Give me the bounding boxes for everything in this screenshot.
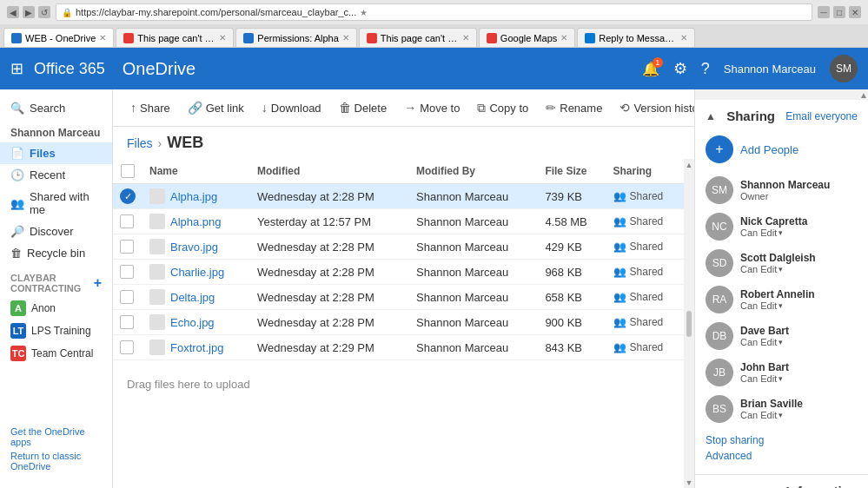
browser-reload[interactable]: ↺ xyxy=(38,6,50,18)
add-people-label[interactable]: Add People xyxy=(740,143,798,156)
panel-scroll-up[interactable]: ▲ xyxy=(859,90,868,100)
copy-to-button[interactable]: ⧉ Copy to xyxy=(470,97,535,119)
person-role[interactable]: Owner xyxy=(740,191,830,201)
tab-close[interactable]: ✕ xyxy=(342,33,349,43)
person-role[interactable]: Can Edit ▾ xyxy=(740,337,789,347)
col-check[interactable] xyxy=(113,159,142,184)
sidebar-group-team[interactable]: TC Team Central xyxy=(0,342,112,365)
tab-maps[interactable]: Google Maps ✕ xyxy=(479,28,575,47)
row-name[interactable]: Alpha.png xyxy=(142,209,250,234)
col-name[interactable]: Name xyxy=(142,159,250,184)
info-collapse[interactable]: ▲ xyxy=(706,485,716,489)
footer-link-apps[interactable]: Get the OneDrive apps xyxy=(10,426,102,447)
sidebar-item-discover[interactable]: 🔎 Discover xyxy=(0,221,112,242)
role-chevron[interactable]: ▾ xyxy=(779,374,783,383)
share-button[interactable]: ↑ Share xyxy=(123,97,177,118)
waffle-icon[interactable]: ⊞ xyxy=(10,59,23,78)
user-avatar[interactable]: SM xyxy=(830,55,858,82)
browser-forward[interactable]: ▶ xyxy=(23,6,35,18)
scroll-up[interactable]: ▲ xyxy=(686,161,693,169)
file-name-text[interactable]: Echo.jpg xyxy=(170,316,215,329)
version-history-button[interactable]: ⟲ Version history xyxy=(613,97,694,118)
person-role[interactable]: Can Edit ▾ xyxy=(740,228,807,238)
person-role[interactable]: Can Edit ▾ xyxy=(740,373,789,384)
sidebar-item-shared[interactable]: 👥 Shared with me xyxy=(0,186,112,221)
settings-icon[interactable]: ⚙ xyxy=(673,59,687,78)
browser-close[interactable]: ✕ xyxy=(849,6,861,18)
row-check[interactable] xyxy=(113,335,142,360)
file-name-text[interactable]: Alpha.png xyxy=(170,215,222,228)
sidebar-item-files[interactable]: 📄 Files xyxy=(0,142,112,164)
scroll-thumb[interactable] xyxy=(686,311,692,337)
browser-back[interactable]: ◀ xyxy=(7,6,19,18)
tab-onedrive[interactable]: WEB - OneDrive ✕ xyxy=(3,28,114,47)
row-name[interactable]: Delta.jpg xyxy=(142,285,250,310)
stop-sharing-link[interactable]: Stop sharing xyxy=(706,434,858,446)
sidebar-item-recent[interactable]: 🕒 Recent xyxy=(0,164,112,186)
address-bar[interactable]: 🔒 https://claybar-my.sharepoint.com/pers… xyxy=(56,3,812,21)
row-check[interactable] xyxy=(113,234,142,260)
file-name-text[interactable]: Bravo.jpg xyxy=(170,241,218,254)
person-role[interactable]: Can Edit ▾ xyxy=(740,410,803,420)
role-chevron[interactable]: ▾ xyxy=(779,301,783,310)
email-everyone-link[interactable]: Email everyone xyxy=(785,110,858,122)
scroll-down[interactable]: ▼ xyxy=(686,478,693,487)
search-button[interactable]: 🔍 Search xyxy=(0,96,112,120)
notification-bell[interactable]: 🔔 1 xyxy=(642,61,659,77)
table-row[interactable]: Alpha.png Yesterday at 12:57 PM Shannon … xyxy=(113,209,684,234)
tab-close[interactable]: ✕ xyxy=(99,33,106,43)
row-name[interactable]: Charlie.jpg xyxy=(142,260,250,285)
row-check[interactable] xyxy=(113,285,142,310)
person-role[interactable]: Can Edit ▾ xyxy=(740,264,816,274)
sharing-collapse[interactable]: ▲ xyxy=(706,110,716,122)
advanced-link[interactable]: Advanced xyxy=(706,450,858,462)
file-name-text[interactable]: Charlie.jpg xyxy=(170,266,224,279)
col-filesize[interactable]: File Size xyxy=(538,159,606,184)
tab-outlook[interactable]: Reply to Message - Po... ✕ xyxy=(577,28,695,47)
tab-close[interactable]: ✕ xyxy=(462,33,469,43)
tab-permissions[interactable]: Permissions: Alpha ✕ xyxy=(235,28,357,47)
role-chevron[interactable]: ▾ xyxy=(779,228,783,237)
rename-button[interactable]: ✏ Rename xyxy=(539,97,609,118)
row-name[interactable]: Foxtrot.jpg xyxy=(142,335,250,360)
get-link-button[interactable]: 🔗 Get link xyxy=(181,97,251,118)
file-name-text[interactable]: Alpha.jpg xyxy=(170,190,217,203)
file-name-text[interactable]: Delta.jpg xyxy=(170,291,215,304)
sidebar-item-recycle[interactable]: 🗑 Recycle bin xyxy=(0,242,112,264)
person-role[interactable]: Can Edit ▾ xyxy=(740,300,815,311)
browser-maximize[interactable]: □ xyxy=(833,6,845,18)
row-check[interactable] xyxy=(113,310,142,335)
tab-close[interactable]: ✕ xyxy=(219,33,226,43)
row-check[interactable]: ✓ xyxy=(113,184,142,209)
browser-minimize[interactable]: ─ xyxy=(818,6,830,18)
col-modified-by[interactable]: Modified By xyxy=(409,159,538,184)
file-name-text[interactable]: Foxtrot.jpg xyxy=(170,341,223,354)
role-chevron[interactable]: ▾ xyxy=(779,411,783,419)
table-row[interactable]: Echo.jpg Wednesday at 2:28 PM Shannon Ma… xyxy=(113,310,684,335)
table-row[interactable]: Bravo.jpg Wednesday at 2:28 PM Shannon M… xyxy=(113,234,684,260)
table-row[interactable]: Delta.jpg Wednesday at 2:28 PM Shannon M… xyxy=(113,285,684,310)
add-people-button[interactable]: + xyxy=(706,135,733,163)
breadcrumb-files[interactable]: Files xyxy=(127,136,153,150)
table-row[interactable]: ✓ Alpha.jpg Wednesday at 2:28 PM Shannon… xyxy=(113,184,684,209)
col-modified[interactable]: Modified xyxy=(250,159,409,184)
vertical-scrollbar[interactable]: ▲ ▼ xyxy=(684,159,694,488)
row-check[interactable] xyxy=(113,260,142,285)
table-row[interactable]: Charlie.jpg Wednesday at 2:28 PM Shannon… xyxy=(113,260,684,285)
add-group-icon[interactable]: + xyxy=(94,275,102,291)
tab-cantdisp2[interactable]: This page can't be disp... ✕ xyxy=(359,28,477,47)
row-name[interactable]: Echo.jpg xyxy=(142,310,250,335)
user-name[interactable]: Shannon Marceau xyxy=(724,63,816,76)
table-row[interactable]: Foxtrot.jpg Wednesday at 2:29 PM Shannon… xyxy=(113,335,684,360)
role-chevron[interactable]: ▾ xyxy=(779,338,783,346)
role-chevron[interactable]: ▾ xyxy=(779,265,783,274)
sidebar-group-lps[interactable]: LT LPS Training xyxy=(0,320,112,342)
tab-close[interactable]: ✕ xyxy=(680,33,687,43)
sidebar-group-anon[interactable]: A Anon xyxy=(0,297,112,320)
move-to-button[interactable]: → Move to xyxy=(397,97,467,118)
download-button[interactable]: ↓ Download xyxy=(255,97,328,118)
row-check[interactable] xyxy=(113,209,142,234)
row-name[interactable]: Bravo.jpg xyxy=(142,234,250,260)
tab-close[interactable]: ✕ xyxy=(560,33,567,43)
col-sharing[interactable]: Sharing xyxy=(606,159,684,184)
